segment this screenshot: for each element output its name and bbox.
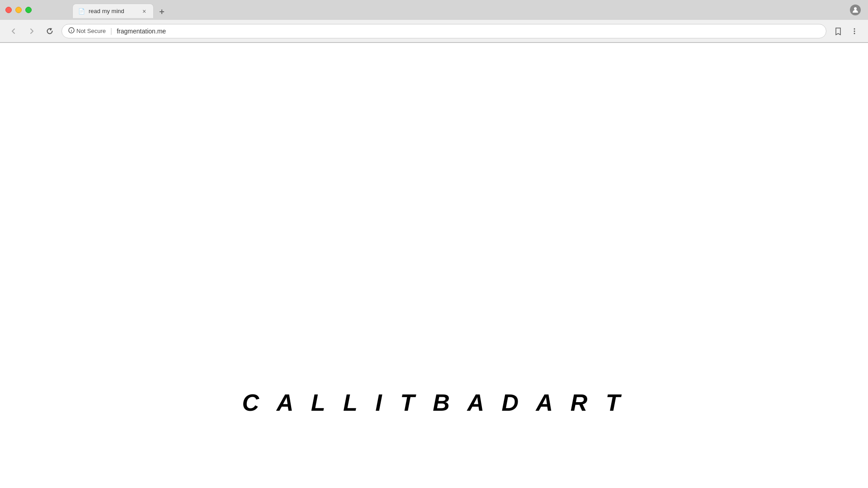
url-display: fragmentation.me	[117, 28, 820, 35]
svg-point-2	[854, 7, 857, 10]
menu-button[interactable]	[848, 25, 861, 38]
back-button[interactable]	[7, 25, 20, 38]
tab-page-icon: 📄	[78, 8, 85, 14]
account-button[interactable]	[850, 5, 861, 15]
tab-bar: 📄 read my mind ×	[36, 4, 168, 18]
security-icon	[68, 27, 75, 35]
forward-button[interactable]	[25, 25, 38, 38]
browser-tab[interactable]: 📄 read my mind ×	[72, 4, 154, 18]
main-heading: C A L L I T B A D A R T	[242, 389, 626, 416]
security-indicator: Not Secure	[68, 27, 106, 35]
page-main-content: C A L L I T B A D A R T	[242, 389, 626, 416]
new-tab-button[interactable]	[156, 5, 168, 18]
minimize-button[interactable]	[15, 7, 22, 13]
svg-rect-1	[161, 9, 162, 14]
not-secure-label: Not Secure	[76, 28, 106, 34]
svg-point-6	[854, 28, 855, 29]
traffic-lights	[5, 7, 32, 13]
address-divider: |	[110, 27, 112, 35]
maximize-button[interactable]	[25, 7, 32, 13]
tab-close-button[interactable]: ×	[141, 8, 148, 15]
close-button[interactable]	[5, 7, 12, 13]
browser-chrome: 📄 read my mind ×	[0, 0, 868, 43]
address-bar[interactable]: Not Secure | fragmentation.me	[61, 24, 826, 38]
toolbar-actions	[832, 25, 861, 38]
svg-point-7	[854, 30, 855, 32]
bookmark-button[interactable]	[832, 25, 844, 38]
svg-point-8	[854, 33, 855, 34]
toolbar: Not Secure | fragmentation.me	[0, 20, 868, 42]
webpage-content: C A L L I T B A D A R T	[0, 43, 868, 488]
tab-title: read my mind	[89, 8, 137, 14]
title-bar: 📄 read my mind ×	[0, 0, 868, 20]
refresh-button[interactable]	[43, 25, 56, 38]
